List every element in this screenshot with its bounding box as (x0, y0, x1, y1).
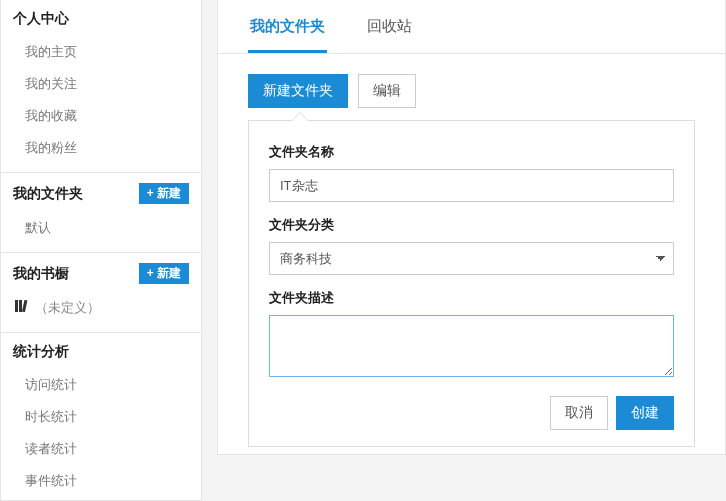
sidebar-title-stats: 统计分析 (13, 343, 69, 361)
sidebar-section-stats: 统计分析 访问统计 时长统计 读者统计 事件统计 (1, 333, 201, 501)
sidebar-item-follow[interactable]: 我的关注 (1, 68, 201, 100)
svg-rect-1 (19, 300, 22, 312)
main-panel: 我的文件夹 回收站 新建文件夹 编辑 文件夹名称 文件夹分类 商务科技 (217, 0, 726, 455)
sidebar-item-home[interactable]: 我的主页 (1, 36, 201, 68)
edit-button[interactable]: 编辑 (358, 74, 416, 108)
new-folder-button[interactable]: 新建文件夹 (248, 74, 348, 108)
new-folder-panel: 文件夹名称 文件夹分类 商务科技 文件夹描述 取消 创建 (248, 120, 695, 447)
folder-name-input[interactable] (269, 169, 674, 202)
sidebar-section-bookshelf: 我的书橱 + 新建 （未定义） (1, 253, 201, 333)
sidebar-item-event-stats[interactable]: 事件统计 (1, 465, 201, 497)
sidebar-title-personal: 个人中心 (13, 10, 69, 28)
tab-recycle[interactable]: 回收站 (365, 17, 414, 53)
tab-my-folders[interactable]: 我的文件夹 (248, 17, 327, 53)
sidebar-title-folders: 我的文件夹 (13, 185, 83, 203)
sidebar-item-visit-stats[interactable]: 访问统计 (1, 369, 201, 401)
sidebar-title-bookshelf: 我的书橱 (13, 265, 69, 283)
panel-arrow-icon (291, 112, 309, 121)
sidebar-section-personal: 个人中心 我的主页 我的关注 我的收藏 我的粉丝 (1, 0, 201, 173)
tabs: 我的文件夹 回收站 (218, 0, 725, 54)
new-bookshelf-button[interactable]: + 新建 (139, 263, 189, 284)
sidebar-item-undefined-book[interactable]: （未定义） (1, 292, 201, 324)
new-folder-sidebar-button[interactable]: + 新建 (139, 183, 189, 204)
folder-desc-label: 文件夹描述 (269, 289, 674, 307)
create-button[interactable]: 创建 (616, 396, 674, 430)
toolbar: 新建文件夹 编辑 (218, 54, 725, 108)
svg-rect-0 (15, 300, 18, 312)
sidebar-item-duration-stats[interactable]: 时长统计 (1, 401, 201, 433)
folder-desc-textarea[interactable] (269, 315, 674, 377)
sidebar: 个人中心 我的主页 我的关注 我的收藏 我的粉丝 我的文件夹 + 新建 默认 我… (0, 0, 202, 501)
sidebar-item-reader-stats[interactable]: 读者统计 (1, 433, 201, 465)
sidebar-section-folders: 我的文件夹 + 新建 默认 (1, 173, 201, 253)
book-icon (15, 299, 29, 315)
sidebar-item-default-folder[interactable]: 默认 (1, 212, 201, 244)
folder-category-label: 文件夹分类 (269, 216, 674, 234)
cancel-button[interactable]: 取消 (550, 396, 608, 430)
sidebar-item-fans[interactable]: 我的粉丝 (1, 132, 201, 164)
svg-rect-2 (22, 300, 27, 312)
sidebar-item-undefined-label: （未定义） (35, 299, 100, 317)
folder-name-label: 文件夹名称 (269, 143, 674, 161)
folder-category-select[interactable]: 商务科技 (269, 242, 674, 275)
sidebar-item-favorites[interactable]: 我的收藏 (1, 100, 201, 132)
